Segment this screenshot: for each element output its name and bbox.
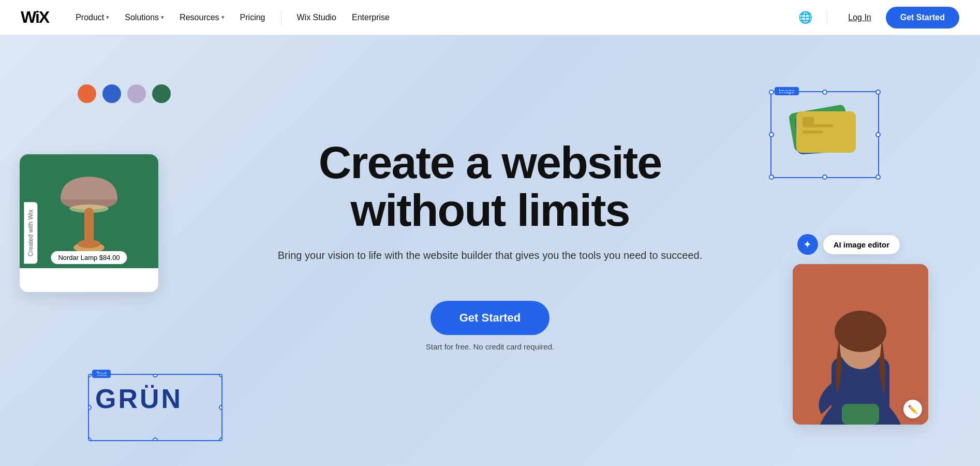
text-widget-border: GRÜN (88, 374, 222, 441)
nav-divider-2 (827, 10, 827, 25)
wix-logo[interactable]: WiX (21, 8, 49, 27)
color-dot-green (152, 84, 171, 103)
nav-right-actions: 🌐 Log In Get Started (798, 7, 959, 28)
svg-point-15 (835, 311, 886, 352)
nav-solutions[interactable]: Solutions ▾ (118, 10, 170, 25)
nav-get-started-button[interactable]: Get Started (886, 7, 959, 28)
hero-subtext: Bring your vision to life with the websi… (268, 247, 712, 264)
svg-rect-9 (803, 130, 823, 134)
color-palette (78, 84, 171, 103)
hero-get-started-button[interactable]: Get Started (430, 301, 550, 335)
chevron-down-icon: ▾ (161, 14, 164, 21)
svg-point-4 (78, 240, 100, 248)
navbar: WiX Product ▾ Solutions ▾ Resources ▾ Pr… (0, 0, 980, 35)
resize-handle-bm[interactable] (822, 174, 827, 180)
resize-handle-br[interactable] (219, 438, 222, 441)
nav-enterprise[interactable]: Enterprise (346, 10, 396, 25)
image-widget-border (770, 91, 879, 178)
resize-handle-lm[interactable] (769, 132, 774, 137)
nav-resources[interactable]: Resources ▾ (173, 10, 230, 25)
resize-handle-bm[interactable] (153, 438, 158, 441)
chevron-down-icon: ▾ (106, 14, 109, 21)
resize-handle-tr[interactable] (219, 374, 222, 377)
model-photo: ✏️ (793, 264, 928, 425)
model-photo-card: ✏️ (793, 264, 928, 425)
image-widget: Image (770, 91, 879, 178)
gruen-brand-text: GRÜN (89, 375, 221, 423)
resize-handle-bl[interactable] (769, 174, 774, 180)
resize-handle-tl[interactable] (769, 90, 774, 95)
lamp-product-card: Nordar Lamp $84.00 (20, 154, 158, 292)
hero-text-block: Create a website without limits Bring yo… (268, 139, 712, 351)
ai-pill-label: AI image editor (823, 235, 900, 254)
nav-product[interactable]: Product ▾ (69, 10, 115, 25)
color-dot-orange (78, 84, 96, 103)
hero-section: Nordar Lamp $84.00 Create a website with… (0, 35, 980, 466)
globe-icon[interactable]: 🌐 (798, 11, 812, 24)
svg-rect-10 (803, 117, 814, 125)
lamp-image: Nordar Lamp $84.00 (20, 154, 158, 268)
color-dot-lavender (127, 84, 146, 103)
hero-free-note: Start for free. No credit card required. (268, 342, 712, 351)
nav-divider (281, 10, 281, 25)
nav-wix-studio[interactable]: Wix Studio (291, 10, 343, 25)
svg-rect-2 (84, 208, 94, 244)
resize-handle-tm[interactable] (822, 90, 827, 95)
nav-pricing[interactable]: Pricing (234, 10, 272, 25)
resize-handle-br[interactable] (875, 174, 881, 180)
chevron-down-icon: ▾ (221, 14, 225, 21)
hero-headline: Create a website without limits (268, 139, 712, 235)
resize-handle-bl[interactable] (88, 438, 92, 441)
resize-handle-rm[interactable] (875, 132, 881, 137)
stacked-cards-image (781, 98, 869, 171)
edit-pencil-icon[interactable]: ✏️ (903, 400, 922, 418)
created-with-wix-label: Created with Wix (24, 202, 37, 264)
nav-links: Product ▾ Solutions ▾ Resources ▾ Pricin… (69, 10, 798, 25)
ai-icon: ✦ (797, 234, 818, 255)
text-widget: Text GRÜN (88, 374, 222, 441)
resize-handle-tr[interactable] (875, 90, 881, 95)
color-dot-blue (102, 84, 121, 103)
lamp-price-label: Nordar Lamp $84.00 (51, 251, 127, 264)
svg-rect-16 (842, 404, 879, 425)
resize-handle-rm[interactable] (219, 405, 222, 410)
ai-image-editor-bubble: ✦ AI image editor (797, 234, 900, 255)
login-button[interactable]: Log In (842, 10, 877, 25)
